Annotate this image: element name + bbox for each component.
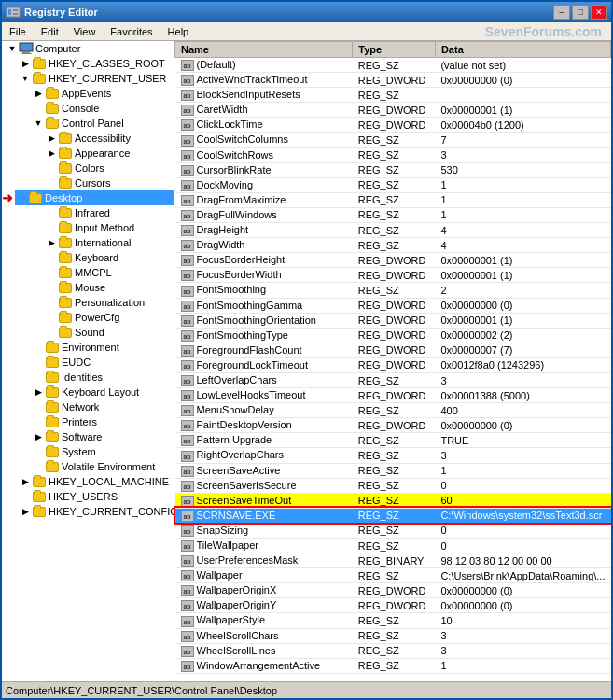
tree-item-colors[interactable]: ▶ Colors: [2, 161, 174, 175]
tree-item-infrared[interactable]: ▶ Infrared: [2, 205, 174, 220]
close-button[interactable]: ✕: [591, 5, 607, 20]
table-row[interactable]: abWheelScrollLinesREG_SZ3: [175, 643, 611, 658]
table-row[interactable]: abFontSmoothingGammaREG_DWORD0x00000000 …: [175, 298, 611, 313]
toggle-accessibility[interactable]: ▶: [45, 132, 58, 145]
tree-item-hku[interactable]: ▶ HKEY_USERS: [2, 489, 174, 504]
table-row[interactable]: abFontSmoothingTypeREG_DWORD0x00000002 (…: [175, 328, 611, 343]
tree-item-keyboard-layout[interactable]: ▶ Keyboard Layout: [2, 385, 174, 399]
table-row[interactable]: abScreenSaveTimeOutREG_SZ60: [175, 493, 611, 508]
toggle-hklm[interactable]: ▶: [19, 475, 32, 488]
table-row[interactable]: abForegroundFlashCountREG_DWORD0x0000000…: [175, 343, 611, 357]
tree-item-accessibility[interactable]: ▶ Accessibility: [2, 131, 174, 146]
tree-item-keyboard[interactable]: ▶ Keyboard: [2, 250, 174, 265]
tree-item-identities[interactable]: ▶ Identities: [2, 370, 174, 385]
table-row[interactable]: abClickLockTimeREG_DWORD0x00004b0 (1200): [175, 118, 611, 133]
table-row[interactable]: abCoolSwitchRowsREG_SZ3: [175, 147, 611, 162]
tree-item-appearance[interactable]: ▶ Appearance: [2, 146, 174, 161]
table-row[interactable]: abDockMovingREG_SZ1: [175, 177, 611, 192]
table-row[interactable]: abFocusBorderHeightREG_DWORD0x00000001 (…: [175, 253, 611, 268]
toggle-appearance[interactable]: ▶: [45, 147, 58, 160]
col-header-data[interactable]: Data: [435, 42, 610, 58]
toggle-hkcc[interactable]: ▶: [19, 505, 32, 518]
table-row[interactable]: abLeftOverlapCharsREG_SZ3: [175, 372, 611, 387]
table-row[interactable]: abPattern UpgradeREG_SZTRUE: [175, 433, 611, 448]
table-row[interactable]: abCaretWidthREG_DWORD0x00000001 (1): [175, 103, 611, 118]
menu-help[interactable]: Help: [160, 22, 197, 40]
table-row[interactable]: abWallpaperOriginYREG_DWORD0x00000000 (0…: [175, 598, 611, 613]
table-row[interactable]: abDragHeightREG_SZ4: [175, 223, 611, 238]
tree-item-desktop-row[interactable]: ➜ ▶ Desktop: [2, 190, 174, 205]
tree-item-appevents[interactable]: ▶ AppEvents: [2, 86, 174, 101]
table-row[interactable]: abUserPreferencesMaskREG_BINARY98 12 03 …: [175, 553, 611, 568]
menu-favorites[interactable]: Favorites: [103, 22, 160, 40]
tree-item-sound[interactable]: ▶ Sound: [2, 325, 174, 340]
data-panel[interactable]: Name Type Data ab(Default)REG_SZ(value n…: [174, 41, 611, 681]
tree-item-mouse[interactable]: ▶ Mouse: [2, 280, 174, 295]
toggle-hkcu[interactable]: ▼: [19, 72, 32, 85]
tree-panel[interactable]: ▼ Computer ▶ HKEY_CLASSES_ROOT ▼ HKEY_CU…: [2, 41, 174, 681]
table-row[interactable]: abWallpaperOriginXREG_DWORD0x00000000 (0…: [175, 583, 611, 598]
table-row[interactable]: abPaintDesktopVersionREG_DWORD0x00000000…: [175, 418, 611, 433]
table-row[interactable]: abFontSmoothingREG_SZ2: [175, 283, 611, 298]
cell-data: 0x00000002 (2): [435, 328, 610, 343]
table-row[interactable]: abDragFromMaximizeREG_SZ1: [175, 192, 611, 207]
table-row[interactable]: abBlockSendInputResetsREG_SZ: [175, 88, 611, 103]
table-row[interactable]: abScreenSaveActiveREG_SZ1: [175, 463, 611, 478]
table-row[interactable]: abRightOverlapCharsREG_SZ3: [175, 448, 611, 463]
table-row[interactable]: abDragWidthREG_SZ4: [175, 238, 611, 253]
tree-item-hkcc[interactable]: ▶ HKEY_CURRENT_CONFIG: [2, 504, 174, 519]
tree-item-hkcu[interactable]: ▼ HKEY_CURRENT_USER: [2, 71, 174, 86]
tree-item-cursors[interactable]: ▶ Cursors: [2, 175, 174, 190]
tree-item-control-panel[interactable]: ▼ Control Panel: [2, 116, 174, 131]
table-row[interactable]: abMenuShowDelayREG_SZ400: [175, 403, 611, 418]
table-row[interactable]: abActiveWndTrackTimeoutREG_DWORD0x000000…: [175, 73, 611, 88]
tree-item-mmcpl[interactable]: ▶ MMCPL: [2, 265, 174, 280]
menu-view[interactable]: View: [66, 22, 104, 40]
table-row[interactable]: abSnapSizingREG_SZ0: [175, 523, 611, 538]
table-row[interactable]: abWallpaperREG_SZC:\Users\Brink\AppData\…: [175, 568, 611, 583]
col-header-type[interactable]: Type: [353, 42, 436, 58]
table-row[interactable]: abWindowArrangementActiveREG_SZ1: [175, 658, 611, 673]
tree-item-hklm[interactable]: ▶ HKEY_LOCAL_MACHINE: [2, 474, 174, 489]
table-row[interactable]: ab(Default)REG_SZ(value not set): [175, 58, 611, 73]
toggle-keyboard-layout[interactable]: ▶: [32, 385, 45, 399]
toggle-software[interactable]: ▶: [32, 430, 45, 443]
tree-item-powercfg[interactable]: ▶ PowerCfg: [2, 310, 174, 325]
tree-item-console[interactable]: ▶ Console: [2, 101, 174, 116]
table-row[interactable]: abForegroundLockTimeoutREG_DWORD0x0012f8…: [175, 357, 611, 372]
tree-item-volatile-env[interactable]: ▶ Volatile Environment: [2, 459, 174, 474]
table-row[interactable]: abScreenSaverIsSecureREG_SZ0: [175, 478, 611, 493]
tree-item-desktop[interactable]: ▶ Desktop: [15, 190, 174, 205]
tree-item-input-method[interactable]: ▶ Input Method: [2, 220, 174, 235]
toggle-appevents[interactable]: ▶: [32, 87, 45, 100]
table-row[interactable]: abWheelScrollCharsREG_SZ3: [175, 628, 611, 643]
tree-item-personalization[interactable]: ▶ Personalization: [2, 295, 174, 310]
tree-item-software[interactable]: ▶ Software: [2, 429, 174, 444]
table-row[interactable]: abCursorBlinkRateREG_SZ530: [175, 162, 611, 177]
table-row[interactable]: abDragFullWindowsREG_SZ1: [175, 207, 611, 222]
table-row[interactable]: abTileWallpaperREG_SZ0: [175, 539, 611, 553]
tree-item-international[interactable]: ▶ International: [2, 235, 174, 250]
menu-edit[interactable]: Edit: [34, 22, 66, 40]
toggle-international[interactable]: ▶: [45, 236, 58, 249]
table-row[interactable]: abLowLevelHooksTimeoutREG_DWORD0x0000138…: [175, 388, 611, 403]
table-row[interactable]: abCoolSwitchColumnsREG_SZ7: [175, 133, 611, 147]
toggle-control-panel[interactable]: ▼: [32, 117, 45, 130]
table-row[interactable]: abFontSmoothingOrientationREG_DWORD0x000…: [175, 313, 611, 328]
minimize-button[interactable]: –: [553, 5, 570, 20]
toggle-hkcr[interactable]: ▶: [19, 57, 32, 70]
table-row[interactable]: abWallpaperStyleREG_SZ10: [175, 613, 611, 628]
table-row[interactable]: abFocusBorderWidthREG_DWORD0x00000001 (1…: [175, 268, 611, 283]
table-row[interactable]: abSCRNSAVE.EXEREG_SZC:\Windows\system32\…: [175, 508, 611, 523]
tree-item-hkcr[interactable]: ▶ HKEY_CLASSES_ROOT: [2, 56, 174, 71]
tree-item-network[interactable]: ▶ Network: [2, 399, 174, 414]
tree-item-computer[interactable]: ▼ Computer: [2, 41, 174, 56]
col-header-name[interactable]: Name: [175, 42, 353, 58]
tree-item-environment[interactable]: ▶ Environment: [2, 340, 174, 355]
menu-file[interactable]: File: [2, 22, 34, 40]
maximize-button[interactable]: □: [572, 5, 589, 20]
tree-item-printers[interactable]: ▶ Printers: [2, 414, 174, 429]
toggle-computer[interactable]: ▼: [6, 42, 19, 55]
tree-item-system[interactable]: ▶ System: [2, 444, 174, 459]
tree-item-eudc[interactable]: ▶ EUDC: [2, 355, 174, 370]
